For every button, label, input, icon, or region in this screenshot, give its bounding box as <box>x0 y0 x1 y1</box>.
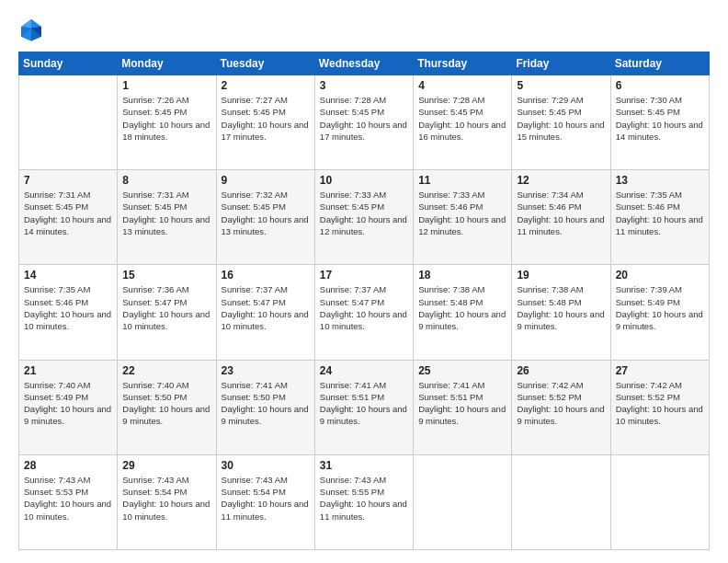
day-number: 21 <box>24 364 112 377</box>
day-number: 12 <box>517 174 605 187</box>
day-info: Sunrise: 7:31 AMSunset: 5:45 PMDaylight:… <box>122 189 210 237</box>
page: SundayMondayTuesdayWednesdayThursdayFrid… <box>0 0 728 563</box>
day-number: 2 <box>222 79 310 92</box>
day-number: 22 <box>122 364 210 377</box>
day-info: Sunrise: 7:38 AMSunset: 5:48 PMDaylight:… <box>418 283 506 332</box>
calendar-cell: 26Sunrise: 7:42 AMSunset: 5:52 PMDayligh… <box>512 360 610 454</box>
day-number: 18 <box>418 269 506 282</box>
calendar-cell: 17Sunrise: 7:37 AMSunset: 5:47 PMDayligh… <box>314 265 413 360</box>
calendar-header-row: SundayMondayTuesdayWednesdayThursdayFrid… <box>19 52 710 75</box>
day-info: Sunrise: 7:34 AMSunset: 5:46 PMDaylight:… <box>517 189 605 237</box>
calendar-cell: 9Sunrise: 7:32 AMSunset: 5:45 PMDaylight… <box>216 170 314 265</box>
calendar-table: SundayMondayTuesdayWednesdayThursdayFrid… <box>18 52 710 550</box>
day-info: Sunrise: 7:28 AMSunset: 5:45 PMDaylight:… <box>418 94 506 143</box>
calendar-cell: 1Sunrise: 7:26 AMSunset: 5:45 PMDaylight… <box>118 75 216 170</box>
day-number: 15 <box>122 269 210 282</box>
calendar-week-row: 28Sunrise: 7:43 AMSunset: 5:53 PMDayligh… <box>19 454 710 549</box>
day-number: 26 <box>517 364 605 377</box>
day-number: 7 <box>24 174 112 187</box>
calendar-cell: 13Sunrise: 7:35 AMSunset: 5:46 PMDayligh… <box>610 170 709 265</box>
day-info: Sunrise: 7:35 AMSunset: 5:46 PMDaylight:… <box>24 283 112 332</box>
day-number: 6 <box>616 79 704 92</box>
calendar-body: 1Sunrise: 7:26 AMSunset: 5:45 PMDaylight… <box>19 75 710 550</box>
day-info: Sunrise: 7:43 AMSunset: 5:54 PMDaylight:… <box>122 474 210 523</box>
day-info: Sunrise: 7:33 AMSunset: 5:45 PMDaylight:… <box>320 189 408 237</box>
calendar-cell: 10Sunrise: 7:33 AMSunset: 5:45 PMDayligh… <box>314 170 413 265</box>
day-number: 30 <box>222 459 310 472</box>
day-info: Sunrise: 7:30 AMSunset: 5:45 PMDaylight:… <box>616 94 704 143</box>
day-info: Sunrise: 7:43 AMSunset: 5:54 PMDaylight:… <box>222 474 310 523</box>
header <box>18 17 710 42</box>
day-number: 1 <box>122 79 210 92</box>
day-info: Sunrise: 7:40 AMSunset: 5:50 PMDaylight:… <box>122 379 210 428</box>
day-number: 27 <box>616 364 704 377</box>
day-number: 16 <box>222 269 310 282</box>
calendar-cell: 22Sunrise: 7:40 AMSunset: 5:50 PMDayligh… <box>118 360 216 454</box>
calendar-week-row: 21Sunrise: 7:40 AMSunset: 5:49 PMDayligh… <box>19 360 710 454</box>
calendar-week-row: 14Sunrise: 7:35 AMSunset: 5:46 PMDayligh… <box>19 265 710 360</box>
day-info: Sunrise: 7:28 AMSunset: 5:45 PMDaylight:… <box>320 94 408 143</box>
day-info: Sunrise: 7:42 AMSunset: 5:52 PMDaylight:… <box>616 379 704 428</box>
calendar-week-row: 7Sunrise: 7:31 AMSunset: 5:45 PMDaylight… <box>19 170 710 265</box>
calendar-cell: 14Sunrise: 7:35 AMSunset: 5:46 PMDayligh… <box>19 265 118 360</box>
day-info: Sunrise: 7:42 AMSunset: 5:52 PMDaylight:… <box>517 379 605 428</box>
day-number: 29 <box>122 459 210 472</box>
day-info: Sunrise: 7:39 AMSunset: 5:49 PMDaylight:… <box>616 283 704 332</box>
day-info: Sunrise: 7:27 AMSunset: 5:45 PMDaylight:… <box>222 94 310 143</box>
calendar-cell <box>610 454 709 549</box>
calendar-cell: 29Sunrise: 7:43 AMSunset: 5:54 PMDayligh… <box>118 454 216 549</box>
day-header: Friday <box>512 52 610 75</box>
day-number: 19 <box>517 269 605 282</box>
day-number: 28 <box>24 459 112 472</box>
day-number: 20 <box>616 269 704 282</box>
day-number: 4 <box>418 79 506 92</box>
day-info: Sunrise: 7:32 AMSunset: 5:45 PMDaylight:… <box>222 189 310 237</box>
day-number: 3 <box>320 79 408 92</box>
calendar-cell: 23Sunrise: 7:41 AMSunset: 5:50 PMDayligh… <box>216 360 314 454</box>
calendar-cell: 11Sunrise: 7:33 AMSunset: 5:46 PMDayligh… <box>414 170 512 265</box>
day-info: Sunrise: 7:26 AMSunset: 5:45 PMDaylight:… <box>122 94 210 143</box>
calendar-cell: 16Sunrise: 7:37 AMSunset: 5:47 PMDayligh… <box>216 265 314 360</box>
day-info: Sunrise: 7:43 AMSunset: 5:55 PMDaylight:… <box>320 474 408 523</box>
calendar-cell: 20Sunrise: 7:39 AMSunset: 5:49 PMDayligh… <box>610 265 709 360</box>
day-info: Sunrise: 7:29 AMSunset: 5:45 PMDaylight:… <box>517 94 605 143</box>
calendar-cell <box>19 75 118 170</box>
calendar-cell <box>414 454 512 549</box>
day-info: Sunrise: 7:41 AMSunset: 5:51 PMDaylight:… <box>320 379 408 428</box>
day-info: Sunrise: 7:31 AMSunset: 5:45 PMDaylight:… <box>24 189 112 237</box>
day-number: 5 <box>517 79 605 92</box>
calendar-cell: 12Sunrise: 7:34 AMSunset: 5:46 PMDayligh… <box>512 170 610 265</box>
calendar-cell: 15Sunrise: 7:36 AMSunset: 5:47 PMDayligh… <box>118 265 216 360</box>
day-number: 13 <box>616 174 704 187</box>
day-number: 31 <box>320 459 408 472</box>
day-number: 17 <box>320 269 408 282</box>
day-header: Thursday <box>414 52 512 75</box>
calendar-cell: 28Sunrise: 7:43 AMSunset: 5:53 PMDayligh… <box>19 454 118 549</box>
calendar-cell: 8Sunrise: 7:31 AMSunset: 5:45 PMDaylight… <box>118 170 216 265</box>
calendar-cell: 5Sunrise: 7:29 AMSunset: 5:45 PMDaylight… <box>512 75 610 170</box>
calendar-cell: 18Sunrise: 7:38 AMSunset: 5:48 PMDayligh… <box>414 265 512 360</box>
day-header: Saturday <box>610 52 709 75</box>
day-info: Sunrise: 7:36 AMSunset: 5:47 PMDaylight:… <box>122 283 210 332</box>
day-number: 8 <box>122 174 210 187</box>
day-info: Sunrise: 7:33 AMSunset: 5:46 PMDaylight:… <box>418 189 506 237</box>
day-header: Sunday <box>19 52 118 75</box>
day-info: Sunrise: 7:37 AMSunset: 5:47 PMDaylight:… <box>222 283 310 332</box>
logo-icon <box>18 17 44 42</box>
day-info: Sunrise: 7:41 AMSunset: 5:51 PMDaylight:… <box>418 379 506 428</box>
calendar-cell: 2Sunrise: 7:27 AMSunset: 5:45 PMDaylight… <box>216 75 314 170</box>
day-number: 14 <box>24 269 112 282</box>
svg-marker-1 <box>31 19 41 28</box>
day-header: Monday <box>118 52 216 75</box>
calendar-cell <box>512 454 610 549</box>
day-number: 24 <box>320 364 408 377</box>
day-info: Sunrise: 7:38 AMSunset: 5:48 PMDaylight:… <box>517 283 605 332</box>
calendar-cell: 27Sunrise: 7:42 AMSunset: 5:52 PMDayligh… <box>610 360 709 454</box>
day-info: Sunrise: 7:35 AMSunset: 5:46 PMDaylight:… <box>616 189 704 237</box>
calendar-cell: 24Sunrise: 7:41 AMSunset: 5:51 PMDayligh… <box>314 360 413 454</box>
calendar-cell: 4Sunrise: 7:28 AMSunset: 5:45 PMDaylight… <box>414 75 512 170</box>
calendar-cell: 3Sunrise: 7:28 AMSunset: 5:45 PMDaylight… <box>314 75 413 170</box>
logo <box>18 17 48 42</box>
day-number: 25 <box>418 364 506 377</box>
day-number: 9 <box>222 174 310 187</box>
